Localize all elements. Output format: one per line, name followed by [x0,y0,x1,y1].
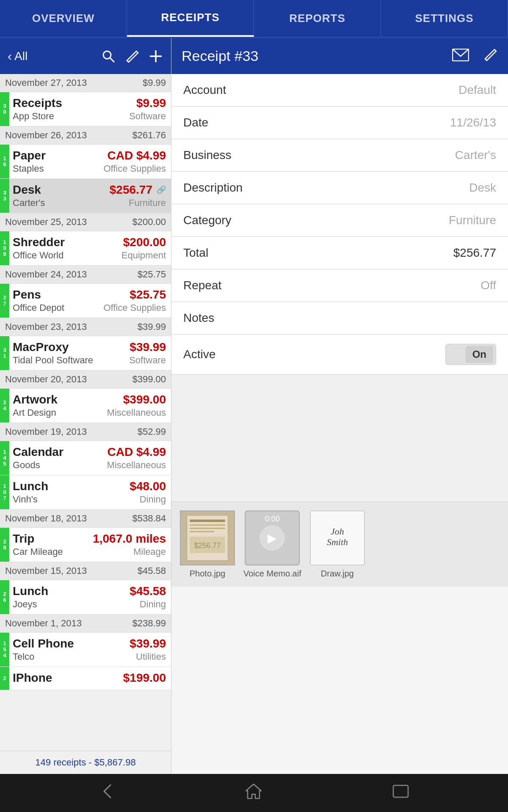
item-vendor: Office World [13,250,64,261]
item-badge: 31 [0,336,9,370]
detail-label-account: Account [183,83,458,97]
item-amount: $45.58 [130,584,166,598]
detail-row-notes: Notes [171,302,508,335]
item-name: Artwork [13,393,58,406]
edit-receipt-button[interactable] [482,46,498,66]
svg-line-2 [127,60,129,62]
attachment-voice[interactable]: 0:00 ▶ Voice Memo.aif [243,510,301,579]
detail-label-notes: Notes [183,311,496,325]
detail-value-category: Furniture [449,214,496,227]
item-vendor: Staples [13,163,44,174]
list-item[interactable]: 28 Trip 1,067.0 miles Car Mileage Mileag… [0,528,171,562]
chevron-left-icon: ‹ [8,49,12,63]
right-toolbar: Receipt #33 [171,38,508,74]
tab-receipts[interactable]: RECEIPTS [127,0,254,37]
top-navigation: OVERVIEW RECEIPTS REPORTS SETTINGS [0,0,508,38]
detail-label-business: Business [183,148,455,162]
item-category: Office Supplies [103,163,166,174]
item-amount: $199.00 [123,671,166,685]
detail-label-total: Total [183,246,453,260]
svg-line-6 [485,59,487,60]
detail-value-account: Default [458,83,496,97]
item-name: MacProxy [13,340,69,354]
list-item[interactable]: 24 Artwork $399.00 Art Design Miscellane… [0,389,171,423]
item-badge: 33 [0,179,9,213]
svg-rect-12 [190,531,214,532]
voice-duration: 0:00 [265,515,280,524]
detail-value-business: Carter's [455,148,496,162]
item-badge: 2 [0,667,9,690]
item-badge: 30 [0,92,9,126]
list-item[interactable]: 30 Receipts $9.99 App Store Software [0,92,171,126]
tab-settings[interactable]: SETTINGS [381,0,508,37]
receipt-detail: Account Default Date 11/26/13 Business C… [171,74,508,774]
item-name: Cell Phone [13,637,74,650]
detail-row-active: Active On [171,335,508,375]
item-badge: 26 [0,580,9,614]
item-vendor: Office Depot [13,302,64,313]
recent-nav-button[interactable] [391,783,410,803]
detail-row-category: Category Furniture [171,204,508,237]
detail-value-date: 11/26/13 [450,116,496,129]
tab-reports[interactable]: REPORTS [254,0,381,37]
svg-text:Joh: Joh [331,526,344,537]
detail-label-active: Active [183,348,445,361]
list-item[interactable]: 16 Paper CAD $4.99 Staples Office Suppli… [0,145,171,179]
item-badge: 154 [0,633,9,667]
search-button[interactable] [101,49,116,64]
date-header: November 25, 2013 $200.00 [0,213,171,231]
item-amount: $48.00 [130,480,166,493]
email-button[interactable] [452,47,469,65]
detail-row-date: Date 11/26/13 [171,107,508,139]
item-category: Dining [140,494,166,505]
item-category: Miscellaneous [107,460,166,471]
item-category: Equipment [121,250,166,261]
active-toggle[interactable]: On [445,344,496,365]
tab-overview[interactable]: OVERVIEW [0,0,127,37]
item-amount: CAD $4.99 [107,445,166,459]
list-item[interactable]: 26 Lunch $45.58 Joeys Dining [0,580,171,614]
list-item[interactable]: 107 Lunch $48.00 Vinh's Dining [0,475,171,510]
list-item[interactable]: 108 Shredder $200.00 Office World Equipm… [0,231,171,266]
item-badge: 24 [0,389,9,422]
attachment-photo[interactable]: $256.77 Photo.jpg [180,510,235,579]
list-item[interactable]: 33 Desk $256.77 🔗 Carter's Furniture [0,179,171,213]
list-item[interactable]: 27 Pens $25.75 Office Depot Office Suppl… [0,284,171,318]
item-amount: $25.75 [130,288,166,302]
svg-text:$256.77: $256.77 [194,541,221,550]
attachment-draw[interactable]: Joh Smith Draw.jpg [310,510,365,579]
item-vendor: App Store [13,111,54,122]
item-amount: 1,067.0 miles [93,532,166,546]
item-name: Trip [13,532,34,546]
item-category: Mileage [133,546,166,557]
back-button[interactable]: ‹ All [8,49,28,63]
item-category: Software [129,355,166,366]
toggle-on-label: On [466,346,493,363]
list-item[interactable]: 145 Calendar CAD $4.99 Goods Miscellaneo… [0,441,171,475]
item-category: Dining [140,599,166,610]
item-name: Desk [13,183,41,197]
detail-row-business: Business Carter's [171,139,508,172]
item-vendor: Vinh's [13,494,38,505]
left-panel: ‹ All [0,38,171,774]
item-amount: CAD $4.99 [107,149,166,162]
list-item[interactable]: 2 IPhone $199.00 [0,667,171,690]
item-badge: 28 [0,528,9,562]
back-nav-button[interactable] [98,783,117,804]
item-name: Pens [13,288,41,302]
list-item[interactable]: 154 Cell Phone $39.99 Telco Utilities [0,633,171,667]
voice-filename: Voice Memo.aif [243,569,301,579]
item-category: Miscellaneous [107,407,166,418]
home-nav-button[interactable] [244,782,263,804]
add-receipt-button[interactable] [148,49,163,64]
svg-rect-11 [190,528,225,529]
date-header: November 19, 2013 $52.99 [0,423,171,441]
list-item[interactable]: 31 MacProxy $39.99 Tidal Pool Software S… [0,336,171,370]
date-header: November 23, 2013 $39.99 [0,318,171,336]
date-header: November 1, 2013 $238.99 [0,614,171,633]
item-name: Calendar [13,445,64,459]
item-name: IPhone [13,671,52,685]
detail-label-repeat: Repeat [183,279,480,292]
edit-button[interactable] [124,49,140,64]
item-name: Paper [13,149,46,162]
